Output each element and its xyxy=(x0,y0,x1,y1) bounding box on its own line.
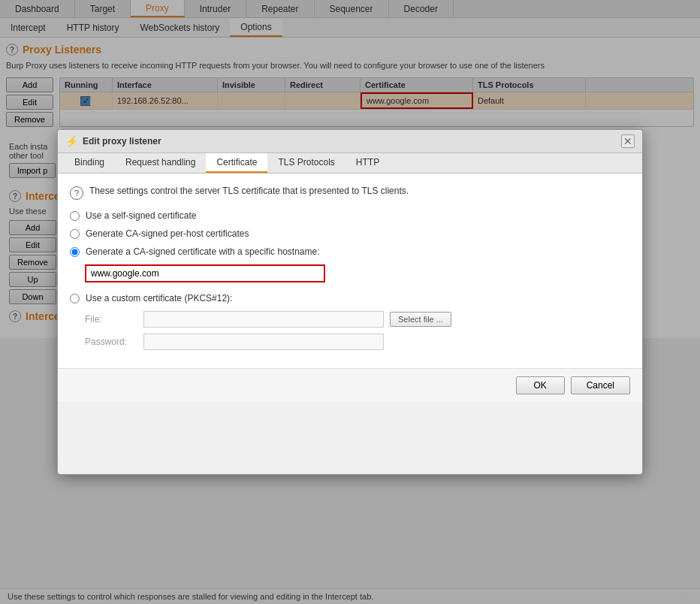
radio-self-signed-label: Use a self-signed certificate xyxy=(86,210,196,221)
select-file-button[interactable]: Select file ... xyxy=(390,312,451,327)
modal-title-text: Edit proxy listener xyxy=(83,136,161,146)
tab-certificate[interactable]: Certificate xyxy=(206,153,267,173)
file-input[interactable] xyxy=(143,311,384,328)
tab-request-handling[interactable]: Request handling xyxy=(115,153,206,173)
modal-footer: OK Cancel xyxy=(58,368,642,402)
file-label: File: xyxy=(85,314,137,325)
radio-self-signed-input[interactable] xyxy=(70,211,80,221)
ok-button[interactable]: OK xyxy=(516,376,565,394)
radio-ca-signed-hostname-label: Generate a CA-signed certificate with a … xyxy=(86,246,319,257)
modal-close-button[interactable]: ✕ xyxy=(621,134,635,148)
tab-tls-protocols[interactable]: TLS Protocols xyxy=(267,153,345,173)
watermark: CSDN@波步_橙留香 xyxy=(623,590,694,601)
radio-custom-cert-label: Use a custom certificate (PKCS#12): xyxy=(86,293,232,304)
password-input[interactable] xyxy=(143,334,384,350)
tab-binding[interactable]: Binding xyxy=(64,153,115,173)
custom-cert-section: File: Select file ... Password: xyxy=(85,311,630,350)
hostname-input-container xyxy=(85,264,630,282)
radio-self-signed: Use a self-signed certificate xyxy=(70,210,630,221)
modal-title-container: ⚡ Edit proxy listener xyxy=(65,135,161,147)
radio-custom-cert-input[interactable] xyxy=(70,294,80,304)
modal-body: ? These settings control the server TLS … xyxy=(58,174,642,368)
password-row: Password: xyxy=(85,334,630,350)
modal-tabs: Binding Request handling Certificate TLS… xyxy=(58,153,642,174)
file-row: File: Select file ... xyxy=(85,311,630,328)
modal-title-icon: ⚡ xyxy=(65,135,78,147)
modal-titlebar: ⚡ Edit proxy listener ✕ xyxy=(58,130,642,153)
edit-proxy-listener-modal: ⚡ Edit proxy listener ✕ Binding Request … xyxy=(57,129,643,475)
radio-ca-signed-per-host-label: Generate CA-signed per-host certificates xyxy=(86,228,249,239)
cancel-button[interactable]: Cancel xyxy=(571,376,630,394)
radio-ca-signed-hostname: Generate a CA-signed certificate with a … xyxy=(70,246,630,257)
radio-ca-signed-per-host-input[interactable] xyxy=(70,229,80,239)
hostname-input[interactable] xyxy=(85,264,325,282)
radio-ca-signed-per-host: Generate CA-signed per-host certificates xyxy=(70,228,630,239)
certificate-info-row: ? These settings control the server TLS … xyxy=(70,186,630,200)
modal-overlay: ⚡ Edit proxy listener ✕ Binding Request … xyxy=(0,0,700,604)
tab-http[interactable]: HTTP xyxy=(345,153,390,173)
certificate-info-text: These settings control the server TLS ce… xyxy=(89,186,409,196)
radio-custom-cert: Use a custom certificate (PKCS#12): xyxy=(70,293,630,304)
radio-ca-signed-hostname-input[interactable] xyxy=(70,247,80,257)
password-label: Password: xyxy=(85,337,137,347)
info-icon: ? xyxy=(70,186,83,200)
